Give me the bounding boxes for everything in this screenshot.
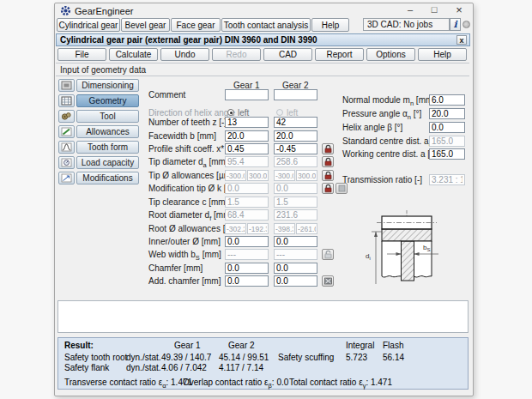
transmission-ratio-field xyxy=(429,174,465,185)
root-allowance-gear2-upper-field xyxy=(296,223,317,234)
tab-cylindrical-gear[interactable]: Cylindrical gear xyxy=(57,18,120,32)
chamfer-label: Chamfer [mm] xyxy=(148,263,203,273)
inner-outer-gear1-input[interactable] xyxy=(225,236,269,247)
overlap-contact-ratio: Overlap contact ratio εβ: 0.0 xyxy=(183,378,288,390)
sidebar-item-dimensioning[interactable]: Dimensioning xyxy=(76,79,139,92)
info-button[interactable]: i xyxy=(450,18,461,31)
chamfer-gear2-input[interactable] xyxy=(274,263,317,274)
web-width-label: Web width bS [mm] xyxy=(148,250,221,262)
profile-shift-gear2-input[interactable] xyxy=(274,143,317,154)
comment-gear1-input[interactable] xyxy=(225,89,269,100)
results-col-integral: Integral xyxy=(346,341,374,350)
helix-angle-input[interactable] xyxy=(429,122,465,133)
teeth-gear1-input[interactable] xyxy=(225,117,269,128)
toolbar-undo-button[interactable]: Undo xyxy=(160,48,209,61)
message-area xyxy=(57,300,469,333)
form-row-pressure-angle: Pressure angle αn [°] xyxy=(342,108,467,119)
minimize-button[interactable]: – xyxy=(402,3,419,16)
root-allowance-gear2-lower-field xyxy=(274,223,295,234)
transverse-contact-ratio: Transverse contact ratio εα: 1.471 xyxy=(64,378,192,390)
sidebar-item-load-capacity[interactable]: Load capacity xyxy=(76,156,139,169)
safety-scuffing-label: Safety scuffing xyxy=(278,353,334,362)
gear-cross-section-diagram: di bS xyxy=(365,209,466,290)
profile-shift-label: Profile shift coeff. x* [-] xyxy=(148,144,234,154)
helix-angle-label: Helix angle β [°] xyxy=(342,123,402,132)
helix-left-radio-gear1[interactable] xyxy=(227,109,234,116)
add-chamfer-dialog-icon[interactable] xyxy=(322,275,334,287)
load-capacity-icon[interactable] xyxy=(58,156,75,169)
profile-shift-gear1-input[interactable] xyxy=(225,143,269,154)
facewidth-gear2-input[interactable] xyxy=(274,130,317,142)
dimensioning-icon[interactable] xyxy=(58,79,75,92)
pressure-angle-label: Pressure angle αn [°] xyxy=(342,109,421,121)
sidebar-item-modifications[interactable]: Modifications xyxy=(76,172,139,184)
sidebar-item-allowances[interactable]: Allowances xyxy=(76,125,139,138)
add-chamfer-gear1-input[interactable] xyxy=(225,275,269,287)
tip-clearance-gear1-field xyxy=(225,196,269,208)
normal-module-label: Normal module mn [mm] xyxy=(342,95,435,107)
divider xyxy=(56,76,469,76)
web-width-unlock-icon[interactable] xyxy=(322,249,334,260)
inner-outer-label: Inner/outer Ø [mm] xyxy=(148,237,221,246)
divider xyxy=(56,63,469,63)
form-row-standard-centre-distance: Standard centre dist. ad [mm] xyxy=(342,136,467,147)
form-row-transmission-ratio: Transmission ratio [-] xyxy=(342,174,467,185)
results-col-flash: Flash xyxy=(383,341,403,350)
tab-tooth-contact-analysis[interactable]: Tooth contact analysis xyxy=(221,18,311,32)
pressure-angle-input[interactable] xyxy=(429,108,465,119)
safety-scuffing-integral-value: 5.723 xyxy=(346,353,367,362)
sidebar-item-tooth-form[interactable]: Tooth form xyxy=(76,141,139,154)
toolbar-calculate-button[interactable]: Calculate xyxy=(109,48,158,61)
geometry-icon[interactable] xyxy=(58,94,75,107)
teeth-gear2-input[interactable] xyxy=(274,117,317,128)
toolbar-options-button[interactable]: Options xyxy=(366,48,415,61)
form-row-web-width: Web width bS [mm] xyxy=(148,249,372,260)
toolbar-cad-button[interactable]: CAD xyxy=(263,48,312,61)
svg-text:di: di xyxy=(366,252,371,261)
root-diameter-gear1-field xyxy=(225,209,269,221)
tip-allowance-gear2-lower-field xyxy=(274,170,295,181)
maximize-button[interactable]: □ xyxy=(426,3,443,16)
normal-module-input[interactable] xyxy=(429,94,465,106)
add-chamfer-gear2-input[interactable] xyxy=(274,275,317,287)
cad-status-led xyxy=(462,21,470,28)
form-row-tip-allowances: Tip Ø allowances [µm] xyxy=(148,170,372,181)
form-row-profile-shift: Profile shift coeff. x* [-] xyxy=(148,143,372,154)
toolbar-file-button[interactable]: File xyxy=(57,48,106,61)
facewidth-gear1-input[interactable] xyxy=(225,130,269,142)
sidebar-item-tool[interactable]: Tool xyxy=(76,110,139,123)
tooth-form-icon[interactable] xyxy=(58,141,75,154)
close-button[interactable]: × xyxy=(450,3,468,16)
working-centre-distance-input[interactable] xyxy=(429,148,465,160)
tab-bevel-gear[interactable]: Bevel gear xyxy=(121,18,170,32)
safety-flank-mode: dyn./stat. xyxy=(126,363,161,372)
tip-allowance-gear1-lower-field xyxy=(225,170,246,181)
toolbar-report-button[interactable]: Report xyxy=(315,48,364,61)
document-close-icon[interactable]: x xyxy=(456,35,467,45)
form-row-inner-outer: Inner/outer Ø [mm] xyxy=(148,236,372,247)
toolbar-redo-button[interactable]: Redo xyxy=(212,48,261,61)
safety-tooth-root-gear2-value: 45.14 / 99.51 xyxy=(219,353,269,362)
form-row-working-centre-distance: Working centre dist. a [mm] xyxy=(342,148,467,160)
tab-face-gear[interactable]: Face gear xyxy=(171,18,221,32)
profile-shift-lock-icon[interactable] xyxy=(322,143,334,154)
allowances-icon[interactable] xyxy=(58,125,75,138)
tip-allowances-lock-icon[interactable] xyxy=(322,170,334,181)
tip-diameter-lock-icon[interactable] xyxy=(322,156,334,167)
sidebar-item-geometry[interactable]: Geometry xyxy=(76,94,139,107)
app-gear-icon xyxy=(60,5,71,16)
chamfer-gear1-input[interactable] xyxy=(225,263,269,274)
modification-tip-lock-icon[interactable] xyxy=(322,183,334,194)
results-col-gear2: Gear 2 xyxy=(228,341,255,350)
tip-clearance-gear2-field xyxy=(274,196,317,208)
modifications-icon[interactable] xyxy=(58,172,75,184)
tool-icon[interactable] xyxy=(58,110,75,123)
toolbar-help-button[interactable]: Help xyxy=(418,48,467,61)
safety-tooth-root-label: Safety tooth root xyxy=(64,353,127,362)
tab-help[interactable]: Help xyxy=(311,18,349,32)
comment-gear2-input[interactable] xyxy=(274,89,317,100)
form-row-tip-diameter: Tip diameter da [mm] xyxy=(148,156,372,167)
inner-outer-gear2-input[interactable] xyxy=(274,236,317,247)
root-diameter-label: Root diameter df [mm] xyxy=(148,210,233,222)
form-row-number-of-teeth: Number of teeth z [-] xyxy=(148,117,372,128)
